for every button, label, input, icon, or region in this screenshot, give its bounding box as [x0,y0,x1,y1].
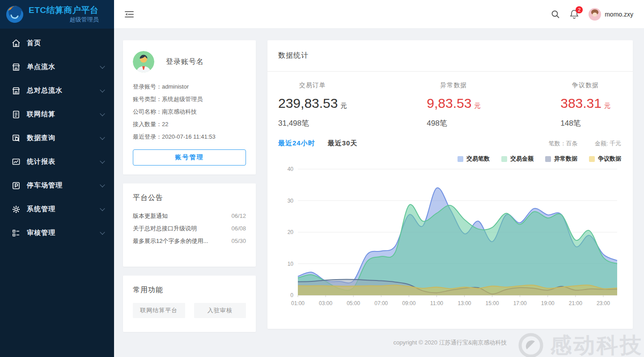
topbar: 2 momo.zxy [114,0,644,29]
chevron-down-icon [100,64,105,68]
profile-row-account: 登录账号：administor [133,81,246,93]
profile-title: 登录账号名 [166,57,204,67]
sidebar-menu: 首页单点流水总对总流水联网结算数据查询统计报表停车场管理系统管理审核管理 [0,29,114,245]
announcement-item[interactable]: 最多展示12个字多余的使用... 05/30 [133,235,246,247]
stat-dispute-data: 争议数据 383.31元 148笔 [560,81,610,128]
legend-swatch [545,156,551,162]
user-menu[interactable]: momo.zxy [589,8,633,21]
svg-text:15:00: 15:00 [486,300,499,306]
svg-text:13:00: 13:00 [458,300,471,306]
legend-item-2[interactable]: 异常数据 [545,155,577,163]
sidebar-item-8[interactable]: 审核管理 [0,221,114,245]
file-search-icon [12,134,21,143]
svg-text:30: 30 [288,198,294,204]
svg-text:0: 0 [290,292,293,298]
svg-text:01:00: 01:00 [291,300,305,306]
legend-swatch [458,156,463,162]
stats-panel-title: 数据统计 [278,51,309,59]
notification-badge: 2 [576,6,583,13]
chevron-down-icon [100,111,105,116]
copyright: copyright © 2020 江苏通行宝&南京感动科技 [267,329,633,347]
svg-text:05:00: 05:00 [347,300,360,306]
sidebar-item-label: 单点流水 [27,63,101,71]
announcement-item[interactable]: 关于总对总接口升级说明 06/08 [133,222,246,235]
svg-text:10: 10 [288,261,294,267]
chevron-down-icon [100,158,105,163]
app-title: ETC结算商户平台 [29,5,99,16]
sidebar-item-label: 系统管理 [27,205,101,213]
legend-swatch [589,156,595,162]
username: momo.zxy [605,11,633,18]
shop-icon [12,63,21,72]
legend-item-1[interactable]: 交易金额 [501,155,534,163]
announcements-title: 平台公告 [133,193,246,203]
legend-swatch [501,156,507,162]
sidebar-item-4[interactable]: 数据查询 [0,126,114,150]
sidebar-item-3[interactable]: 联网结算 [0,102,114,126]
account-manage-button[interactable]: 账号管理 [133,149,246,166]
entry-audit-button[interactable]: 入驻审核 [194,303,246,318]
sidebar-item-2[interactable]: 总对总流水 [0,79,114,102]
sidebar-item-1[interactable]: 单点流水 [0,55,114,79]
profile-card: 登录账号名 登录账号：administor 账号类型：系统超级管理员 公司名称：… [123,40,256,174]
sidebar-item-label: 审核管理 [27,229,101,237]
profile-row-access-count: 接入数量：22 [133,118,246,131]
sidebar-item-6[interactable]: 停车场管理 [0,174,114,197]
chart-tabs: 最近24小时 最近30天 笔数：百条 金额: 千元 [267,133,633,148]
svg-text:17:00: 17:00 [513,300,527,306]
svg-text:07:00: 07:00 [374,300,388,306]
legend-item-3[interactable]: 争议数据 [589,155,621,163]
sidebar-item-5[interactable]: 统计报表 [0,150,114,174]
sidebar-item-label: 停车场管理 [27,181,101,190]
stats-row: 交易订单 239,83.53元 31,498笔 异常数据 9,83.53元 49… [267,72,633,133]
tab-last-30d[interactable]: 最近30天 [328,139,358,148]
chevron-down-icon [100,206,105,211]
svg-text:20: 20 [288,229,294,235]
home-icon [12,39,21,48]
profile-row-last-login: 最近登录：2020-07-16 11:41:53 [133,131,246,143]
sidebar-item-label: 首页 [27,39,104,47]
settlement-platform-button[interactable]: 联网结算平台 [133,303,185,318]
stat-abnormal-data: 异常数据 9,83.53元 498笔 [427,81,480,128]
etc-logo-icon [5,5,24,24]
chevron-down-icon [100,87,105,92]
chart-legend: 交易笔数交易金额异常数据争议数据 [267,148,633,163]
logo-block: ETC结算商户平台 超级管理员 [0,0,114,29]
svg-text:21:00: 21:00 [569,300,582,306]
document-icon [12,110,21,119]
legend-item-0[interactable]: 交易笔数 [458,155,490,163]
gear-icon [12,205,21,214]
search-icon[interactable] [551,10,560,19]
sidebar-item-label: 联网结算 [27,110,101,119]
svg-text:40: 40 [288,166,294,172]
shop-icon [12,86,21,95]
quick-functions-title: 常用功能 [133,285,246,295]
quick-functions-card: 常用功能 联网结算平台 入驻审核 [123,276,256,332]
svg-text:03:00: 03:00 [319,300,332,306]
chevron-down-icon [100,182,105,187]
area-chart: 01020304001:0003:0005:0007:0009:0011:001… [267,163,633,310]
profile-avatar [133,51,154,72]
sidebar-item-label: 数据查询 [27,134,101,142]
units-note: 笔数：百条 金额: 千元 [549,140,621,148]
svg-text:11:00: 11:00 [430,300,443,306]
parking-icon [12,181,21,190]
svg-text:09:00: 09:00 [402,300,415,306]
sidebar-item-7[interactable]: 系统管理 [0,197,114,221]
svg-text:23:00: 23:00 [597,300,610,306]
sidebar-item-label: 总对总流水 [27,86,101,95]
sidebar-item-0[interactable]: 首页 [0,31,114,55]
sidebar-item-label: 统计报表 [27,157,101,166]
announcement-item[interactable]: 版本更新通知 06/12 [133,210,246,222]
app-window: ETC结算商户平台 超级管理员 首页单点流水总对总流水联网结算数据查询统计报表停… [0,0,644,357]
chevron-down-icon [100,230,105,234]
stats-panel: 数据统计 交易订单 239,83.53元 31,498笔 异常数据 9,83.5… [267,40,633,329]
tab-last-24h[interactable]: 最近24小时 [278,139,315,148]
chart-icon [12,157,21,166]
profile-row-type: 账号类型：系统超级管理员 [133,93,246,106]
notification-bell-icon[interactable]: 2 [570,9,579,19]
sidebar: ETC结算商户平台 超级管理员 首页单点流水总对总流水联网结算数据查询统计报表停… [0,0,114,357]
chevron-down-icon [100,135,105,140]
app-subtitle: 超级管理员 [29,16,99,24]
collapse-sidebar-icon[interactable] [125,10,134,18]
